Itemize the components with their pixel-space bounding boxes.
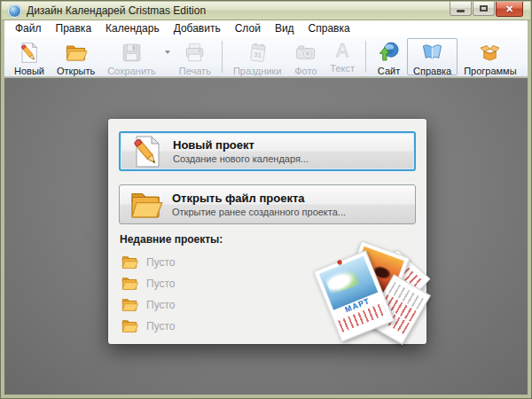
recent-project-label: Пусто — [146, 278, 176, 290]
menu-bar: Файл Правка Календарь Добавить Слой Вид … — [4, 20, 528, 36]
menu-add[interactable]: Добавить — [167, 21, 228, 35]
recent-project-item[interactable]: Пусто — [120, 273, 176, 294]
new-project-title: Новый проект — [173, 137, 309, 153]
calendar-sheet-sunset — [339, 240, 410, 321]
print-button-label: Печать — [179, 66, 211, 76]
maximize-button[interactable] — [473, 2, 495, 16]
open-button[interactable]: Открыть — [51, 38, 101, 75]
app-window: Дизайн Календарей Cristmas Edition ✕ Фай… — [0, 0, 532, 399]
toolbar-separator — [365, 41, 366, 73]
text-button-label: Текст — [330, 63, 355, 74]
site-button-label: Сайт — [378, 66, 400, 76]
toolbar: Новый Открыть Сохранить — [4, 36, 528, 77]
new-project-texts: Новый проект Создание нового календаря..… — [173, 137, 309, 166]
recent-project-item[interactable]: Пусто — [120, 316, 176, 337]
folder-icon — [120, 318, 139, 334]
help-button[interactable]: Справка — [407, 38, 458, 75]
save-button: Сохранить — [101, 38, 162, 75]
calendar-sheet-march: МАРТ — [313, 250, 395, 342]
recent-projects-list: Пусто Пусто — [120, 252, 176, 337]
letter-a-icon: A — [331, 41, 355, 62]
chevron-down-icon — [165, 51, 170, 54]
menu-edit[interactable]: Правка — [49, 21, 99, 35]
photo-button-label: Фото — [294, 66, 317, 76]
holidays-button-label: Праздники — [233, 66, 281, 76]
help-button-label: Справка — [413, 66, 451, 76]
globe-upload-icon — [377, 41, 401, 65]
open-project-subtitle: Открытие ранее созданного проекта... — [172, 206, 346, 218]
menu-calendar[interactable]: Календарь — [98, 21, 167, 35]
printer-icon — [183, 41, 207, 65]
close-button[interactable]: ✕ — [496, 2, 523, 17]
new-project-subtitle: Создание нового календаря... — [173, 153, 309, 165]
save-button-label: Сохранить — [107, 66, 156, 76]
new-project-pencil-icon — [129, 134, 164, 169]
welcome-dialog: Новый проект Создание нового календаря..… — [108, 119, 426, 344]
menu-view[interactable]: Вид — [268, 21, 301, 35]
camera-icon — [293, 41, 317, 65]
save-floppy-icon — [120, 41, 144, 65]
open-project-button[interactable]: Открыть файл проекта Открытие ранее созд… — [119, 184, 416, 224]
new-project-button[interactable]: Новый проект Создание нового календаря..… — [119, 131, 416, 171]
open-button-label: Открыть — [57, 66, 95, 76]
menu-layer[interactable]: Слой — [228, 21, 268, 35]
svg-text:31: 31 — [253, 51, 261, 59]
calendar-sheet — [357, 249, 431, 324]
recent-project-label: Пусто — [146, 320, 176, 332]
holidays-button: 31 Праздники — [227, 38, 287, 75]
minimize-icon — [457, 10, 465, 12]
app-icon — [8, 4, 21, 18]
new-button[interactable]: Новый — [8, 38, 51, 75]
folder-icon — [120, 276, 139, 292]
calendar-sheet — [365, 274, 431, 344]
new-document-pencil-icon — [17, 41, 41, 65]
save-dropdown — [162, 37, 173, 76]
open-folder-icon — [64, 41, 88, 65]
folder-icon — [120, 297, 139, 313]
open-project-texts: Открыть файл проекта Открытие ранее созд… — [172, 191, 346, 219]
site-button[interactable]: Сайт — [371, 38, 407, 75]
title-bar: Дизайн Календарей Cristmas Edition ✕ — [2, 2, 530, 20]
open-box-icon — [478, 41, 502, 65]
open-project-folder-icon — [128, 187, 163, 223]
toolbar-separator — [222, 41, 223, 73]
calendar-31-icon: 31 — [246, 41, 270, 65]
programs-button[interactable]: Программы — [458, 38, 522, 75]
open-project-title: Открыть файл проекта — [172, 191, 346, 207]
recent-project-label: Пусто — [146, 256, 176, 269]
recent-project-label: Пусто — [146, 299, 176, 311]
minimize-button[interactable] — [450, 2, 472, 16]
recent-project-item[interactable]: Пусто — [120, 294, 176, 316]
close-icon: ✕ — [505, 4, 513, 14]
recent-project-item[interactable]: Пусто — [120, 252, 176, 273]
maximize-icon — [480, 5, 488, 12]
window-controls: ✕ — [449, 2, 523, 17]
menu-help[interactable]: Справка — [301, 21, 357, 35]
recent-projects-label: Недавние проекты: — [120, 233, 223, 246]
calendar-month-label: МАРТ — [333, 292, 381, 318]
workspace: Новый проект Создание нового календаря..… — [4, 78, 528, 395]
calendar-artwork: МАРТ — [318, 246, 421, 338]
new-button-label: Новый — [14, 66, 44, 76]
text-button: A Текст — [324, 38, 361, 75]
photo-button: Фото — [287, 38, 324, 75]
folder-icon — [120, 254, 139, 270]
print-button: Печать — [173, 38, 217, 75]
programs-button-label: Программы — [464, 66, 516, 76]
open-book-icon — [420, 41, 444, 65]
window-title: Дизайн Календарей Cristmas Edition — [27, 4, 206, 17]
menu-file[interactable]: Файл — [8, 21, 49, 35]
